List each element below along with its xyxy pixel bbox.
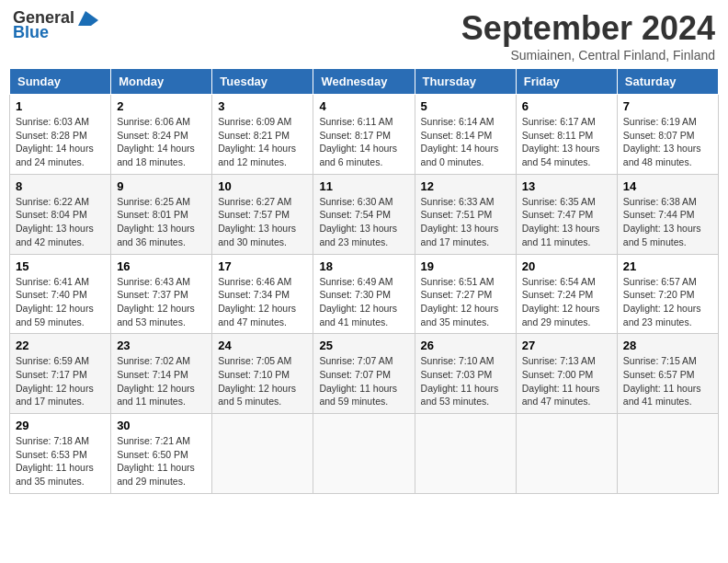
day-number: 10: [218, 179, 307, 193]
calendar-cell: 19 Sunrise: 6:51 AM Sunset: 7:27 PM Dayl…: [415, 254, 516, 334]
sunset-text: Sunset: 8:04 PM: [16, 209, 87, 220]
daylight-text: Daylight: 14 hours and 12 minutes.: [218, 143, 296, 167]
calendar-cell: 1 Sunrise: 6:03 AM Sunset: 8:28 PM Dayli…: [10, 95, 111, 175]
calendar-cell: 18 Sunrise: 6:49 AM Sunset: 7:30 PM Dayl…: [313, 254, 415, 334]
weekday-header-wednesday: Wednesday: [313, 69, 415, 95]
sunset-text: Sunset: 7:24 PM: [522, 289, 594, 300]
day-number: 26: [421, 339, 510, 352]
sunrise-text: Sunrise: 6:09 AM: [218, 116, 291, 127]
sunrise-text: Sunrise: 7:07 AM: [319, 355, 392, 366]
calendar-week-1: 1 Sunrise: 6:03 AM Sunset: 8:28 PM Dayli…: [10, 95, 719, 175]
day-info: Sunrise: 7:02 AM Sunset: 7:14 PM Dayligh…: [117, 354, 206, 408]
sunrise-text: Sunrise: 6:43 AM: [117, 276, 190, 287]
calendar-cell: 29 Sunrise: 7:18 AM Sunset: 6:53 PM Dayl…: [10, 414, 111, 494]
day-info: Sunrise: 6:35 AM Sunset: 7:47 PM Dayligh…: [522, 195, 611, 249]
sunrise-text: Sunrise: 6:25 AM: [117, 196, 190, 207]
sunset-text: Sunset: 7:03 PM: [421, 369, 493, 380]
sunrise-text: Sunrise: 6:03 AM: [16, 116, 89, 127]
sunrise-text: Sunrise: 6:54 AM: [522, 276, 596, 287]
sunset-text: Sunset: 7:37 PM: [117, 289, 188, 300]
daylight-text: Daylight: 12 hours and 41 minutes.: [319, 303, 397, 327]
daylight-text: Daylight: 13 hours and 17 minutes.: [421, 223, 499, 247]
sunrise-text: Sunrise: 7:05 AM: [218, 355, 291, 366]
month-title: September 2024: [461, 9, 715, 48]
sunrise-text: Sunrise: 7:21 AM: [117, 435, 190, 446]
day-number: 13: [522, 179, 611, 193]
daylight-text: Daylight: 14 hours and 24 minutes.: [16, 143, 94, 167]
day-info: Sunrise: 6:33 AM Sunset: 7:51 PM Dayligh…: [421, 195, 510, 249]
day-info: Sunrise: 6:49 AM Sunset: 7:30 PM Dayligh…: [319, 275, 408, 329]
day-number: 14: [623, 179, 712, 193]
sunrise-text: Sunrise: 6:35 AM: [522, 196, 596, 207]
daylight-text: Daylight: 14 hours and 6 minutes.: [319, 143, 397, 167]
day-info: Sunrise: 6:41 AM Sunset: 7:40 PM Dayligh…: [16, 275, 105, 329]
calendar-week-2: 8 Sunrise: 6:22 AM Sunset: 8:04 PM Dayli…: [10, 174, 719, 254]
calendar-cell: 11 Sunrise: 6:30 AM Sunset: 7:54 PM Dayl…: [313, 174, 415, 254]
logo: General Blue: [13, 9, 98, 42]
calendar-cell: 28 Sunrise: 7:15 AM Sunset: 6:57 PM Dayl…: [617, 334, 718, 414]
day-number: 30: [117, 419, 206, 432]
calendar-cell: 15 Sunrise: 6:41 AM Sunset: 7:40 PM Dayl…: [10, 254, 111, 334]
sunset-text: Sunset: 7:47 PM: [522, 209, 594, 220]
sunrise-text: Sunrise: 6:38 AM: [623, 196, 697, 207]
calendar-cell: 27 Sunrise: 7:13 AM Sunset: 7:00 PM Dayl…: [516, 334, 617, 414]
daylight-text: Daylight: 11 hours and 29 minutes.: [117, 462, 195, 487]
daylight-text: Daylight: 12 hours and 53 minutes.: [117, 303, 195, 327]
daylight-text: Daylight: 13 hours and 30 minutes.: [218, 223, 296, 247]
sunrise-text: Sunrise: 6:49 AM: [319, 276, 392, 287]
day-number: 9: [117, 179, 206, 193]
sunrise-text: Sunrise: 6:17 AM: [522, 116, 596, 127]
calendar-cell: 17 Sunrise: 6:46 AM Sunset: 7:34 PM Dayl…: [212, 254, 313, 334]
weekday-header-tuesday: Tuesday: [212, 69, 313, 95]
day-number: 16: [117, 259, 206, 273]
day-info: Sunrise: 6:27 AM Sunset: 7:57 PM Dayligh…: [218, 195, 307, 249]
day-number: 7: [623, 99, 712, 113]
day-number: 23: [117, 339, 206, 352]
day-number: 17: [218, 259, 307, 273]
day-number: 20: [522, 259, 611, 273]
daylight-text: Daylight: 11 hours and 59 minutes.: [319, 383, 397, 408]
day-info: Sunrise: 7:18 AM Sunset: 6:53 PM Dayligh…: [16, 434, 105, 488]
calendar-cell: 5 Sunrise: 6:14 AM Sunset: 8:14 PM Dayli…: [415, 95, 516, 175]
daylight-text: Daylight: 12 hours and 17 minutes.: [16, 383, 94, 408]
calendar-cell: [617, 414, 718, 494]
location: Sumiainen, Central Finland, Finland: [461, 48, 715, 63]
calendar-cell: 24 Sunrise: 7:05 AM Sunset: 7:10 PM Dayl…: [212, 334, 313, 414]
sunset-text: Sunset: 7:57 PM: [218, 209, 290, 220]
calendar-cell: 8 Sunrise: 6:22 AM Sunset: 8:04 PM Dayli…: [10, 174, 111, 254]
calendar-cell: 14 Sunrise: 6:38 AM Sunset: 7:44 PM Dayl…: [617, 174, 718, 254]
day-number: 4: [319, 99, 408, 113]
calendar-cell: 12 Sunrise: 6:33 AM Sunset: 7:51 PM Dayl…: [415, 174, 516, 254]
daylight-text: Daylight: 11 hours and 41 minutes.: [623, 383, 701, 408]
day-info: Sunrise: 6:57 AM Sunset: 7:20 PM Dayligh…: [623, 275, 712, 329]
calendar-cell: [516, 414, 617, 494]
daylight-text: Daylight: 12 hours and 23 minutes.: [623, 303, 701, 327]
day-info: Sunrise: 6:14 AM Sunset: 8:14 PM Dayligh…: [421, 115, 510, 169]
page-header: General Blue September 2024 Sumiainen, C…: [9, 9, 719, 63]
sunrise-text: Sunrise: 6:46 AM: [218, 276, 291, 287]
sunrise-text: Sunrise: 6:33 AM: [421, 196, 495, 207]
calendar-cell: 23 Sunrise: 7:02 AM Sunset: 7:14 PM Dayl…: [111, 334, 212, 414]
calendar-cell: 16 Sunrise: 6:43 AM Sunset: 7:37 PM Dayl…: [111, 254, 212, 334]
daylight-text: Daylight: 12 hours and 47 minutes.: [218, 303, 296, 327]
sunrise-text: Sunrise: 6:59 AM: [16, 355, 89, 366]
day-number: 28: [623, 339, 712, 352]
day-info: Sunrise: 6:46 AM Sunset: 7:34 PM Dayligh…: [218, 275, 307, 329]
day-info: Sunrise: 7:07 AM Sunset: 7:07 PM Dayligh…: [319, 354, 408, 408]
day-number: 8: [16, 179, 105, 193]
sunrise-text: Sunrise: 7:15 AM: [623, 355, 697, 366]
day-number: 15: [16, 259, 105, 273]
calendar-cell: 13 Sunrise: 6:35 AM Sunset: 7:47 PM Dayl…: [516, 174, 617, 254]
sunrise-text: Sunrise: 7:02 AM: [117, 355, 190, 366]
svg-marker-0: [78, 11, 98, 26]
calendar-cell: 9 Sunrise: 6:25 AM Sunset: 8:01 PM Dayli…: [111, 174, 212, 254]
daylight-text: Daylight: 13 hours and 36 minutes.: [117, 223, 195, 247]
logo-icon: [78, 11, 98, 26]
daylight-text: Daylight: 12 hours and 5 minutes.: [218, 383, 296, 408]
sunrise-text: Sunrise: 6:51 AM: [421, 276, 495, 287]
sunrise-text: Sunrise: 6:27 AM: [218, 196, 291, 207]
calendar-table: SundayMondayTuesdayWednesdayThursdayFrid…: [9, 68, 719, 494]
sunrise-text: Sunrise: 7:10 AM: [421, 355, 495, 366]
sunset-text: Sunset: 6:50 PM: [117, 449, 188, 460]
day-info: Sunrise: 6:03 AM Sunset: 8:28 PM Dayligh…: [16, 115, 105, 169]
